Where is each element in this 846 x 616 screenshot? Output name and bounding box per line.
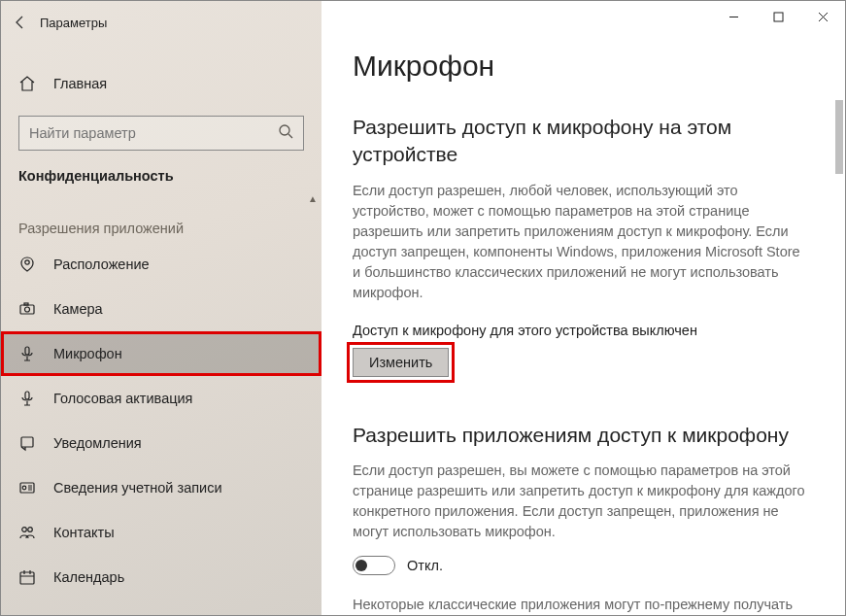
svg-point-10 [22, 528, 27, 532]
section-heading: Разрешить приложениям доступ к микрофону [353, 422, 806, 449]
sidebar-item-label: Камера [53, 301, 103, 317]
contacts-icon [18, 524, 36, 541]
search-icon [278, 123, 293, 143]
toggle-knob [355, 560, 367, 571]
close-button[interactable] [800, 1, 845, 32]
svg-rect-6 [25, 392, 29, 399]
section-heading: Разрешить доступ к микрофону на этом уст… [353, 114, 806, 169]
toggle-label: Откл. [407, 558, 443, 573]
window-title: Параметры [40, 16, 107, 30]
location-icon [18, 256, 36, 273]
sidebar-item-account-info[interactable]: Сведения учетной записи [1, 465, 321, 510]
sidebar-item-camera[interactable]: Камера [1, 287, 321, 331]
sidebar-item-location[interactable]: Расположение [1, 242, 321, 287]
settings-window: Параметры Главная Конфиденциальность ▲ Р… [0, 0, 846, 616]
scrollbar-thumb[interactable] [835, 100, 843, 174]
svg-point-11 [28, 528, 33, 532]
change-button[interactable]: Изменить [353, 348, 449, 377]
sidebar: Параметры Главная Конфиденциальность ▲ Р… [1, 1, 321, 615]
sidebar-item-label: Расположение [53, 257, 150, 272]
camera-icon [18, 300, 36, 318]
content-scrollbar[interactable] [833, 100, 843, 605]
sidebar-item-microphone[interactable]: Микрофон [1, 331, 321, 376]
svg-rect-13 [774, 13, 783, 21]
svg-rect-2 [20, 305, 34, 314]
back-button[interactable] [1, 3, 40, 42]
sidebar-item-notifications[interactable]: Уведомления [1, 421, 321, 465]
notifications-icon [18, 434, 36, 452]
search-box[interactable] [18, 116, 304, 151]
sidebar-item-label: Уведомления [53, 435, 142, 451]
page-title: Микрофон [353, 50, 806, 83]
svg-point-3 [25, 307, 30, 312]
sidebar-item-label: Микрофон [53, 346, 122, 361]
sidebar-item-label: Главная [53, 76, 107, 91]
sidebar-subgroup-title: Разрешения приложений [1, 191, 321, 242]
svg-rect-12 [20, 572, 34, 584]
note-text: Некоторые классические приложения могут … [353, 595, 806, 615]
voice-icon [18, 390, 36, 407]
search-input[interactable] [29, 125, 278, 141]
microphone-icon [18, 345, 36, 362]
sidebar-item-contacts[interactable]: Контакты [1, 510, 321, 555]
minimize-button[interactable] [711, 1, 756, 32]
sidebar-group-title: Конфиденциальность [1, 151, 321, 191]
content: Микрофон Разрешить доступ к микрофону на… [321, 1, 845, 615]
sidebar-item-home[interactable]: Главная [1, 61, 321, 106]
sidebar-scroll-up[interactable]: ▲ [306, 193, 320, 207]
sidebar-item-label: Календарь [53, 569, 124, 585]
section-body: Если доступ разрешен, вы можете с помощь… [353, 461, 806, 542]
sidebar-item-voice-activation[interactable]: Голосовая активация [1, 376, 321, 421]
svg-rect-4 [24, 303, 28, 305]
calendar-icon [18, 568, 36, 586]
section-body: Если доступ разрешен, любой человек, исп… [353, 181, 806, 303]
svg-rect-7 [21, 437, 33, 447]
sidebar-item-calendar[interactable]: Календарь [1, 555, 321, 599]
mic-access-status: Доступ к микрофону для этого устройства … [353, 323, 806, 338]
window-controls [711, 1, 845, 32]
svg-point-1 [25, 260, 29, 264]
apps-access-toggle[interactable] [353, 556, 395, 575]
sidebar-item-label: Голосовая активация [53, 391, 192, 406]
svg-point-0 [280, 125, 289, 135]
home-icon [18, 75, 36, 92]
svg-rect-5 [25, 347, 29, 355]
svg-point-9 [22, 486, 26, 490]
account-icon [18, 479, 36, 496]
sidebar-item-label: Сведения учетной записи [53, 480, 222, 496]
sidebar-item-label: Контакты [53, 525, 115, 540]
maximize-button[interactable] [756, 1, 800, 32]
